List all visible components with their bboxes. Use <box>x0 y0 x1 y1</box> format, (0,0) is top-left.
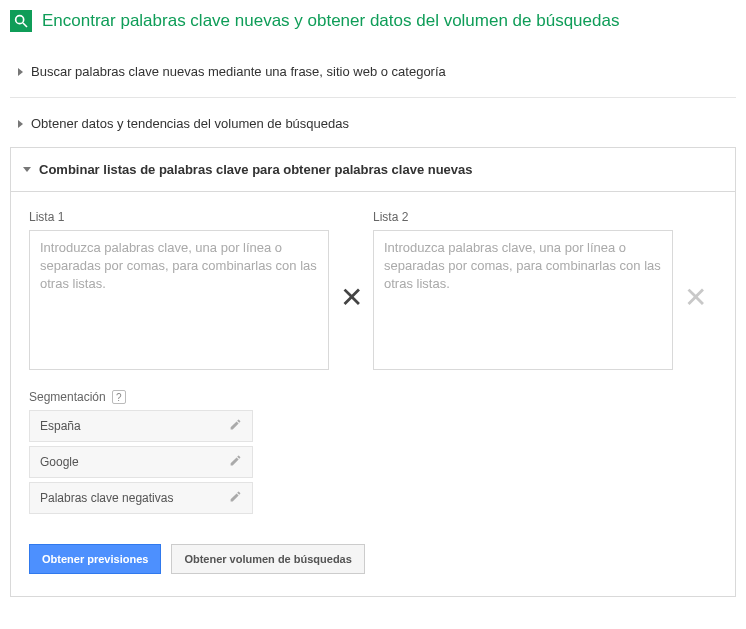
page-header: Encontrar palabras clave nuevas y obtene… <box>10 10 736 32</box>
get-forecasts-button[interactable]: Obtener previsiones <box>29 544 161 574</box>
multiply-icon-disabled: ✕ <box>673 281 717 314</box>
list-2-textarea[interactable] <box>373 230 673 370</box>
list-1-label: Lista 1 <box>29 210 329 224</box>
search-icon <box>10 10 32 32</box>
segmentation-section: Segmentación ? España Google Palabras cl… <box>29 390 717 514</box>
button-row: Obtener previsiones Obtener volumen de b… <box>29 544 717 574</box>
svg-line-1 <box>23 23 27 27</box>
segmentation-row-location[interactable]: España <box>29 410 253 442</box>
multiply-icon: ✕ <box>329 281 373 314</box>
pencil-icon <box>229 490 242 506</box>
accordion-item-volume-data[interactable]: Obtener datos y tendencias del volumen d… <box>10 102 736 145</box>
accordion-label: Obtener datos y tendencias del volumen d… <box>31 116 349 131</box>
accordion-label: Buscar palabras clave nuevas mediante un… <box>31 64 446 79</box>
panel-body: Lista 1 ✕ Lista 2 ✕ Segmentación ? Españ… <box>11 192 735 596</box>
list-1-column: Lista 1 <box>29 210 329 370</box>
accordion-item-search-new[interactable]: Buscar palabras clave nuevas mediante un… <box>10 50 736 93</box>
segmentation-row-network[interactable]: Google <box>29 446 253 478</box>
caret-down-icon <box>23 167 31 172</box>
segmentation-row-negative-keywords[interactable]: Palabras clave negativas <box>29 482 253 514</box>
caret-right-icon <box>18 120 23 128</box>
segmentation-value: Google <box>40 455 79 469</box>
list-2-column: Lista 2 <box>373 210 673 370</box>
svg-point-0 <box>16 16 24 24</box>
pencil-icon <box>229 418 242 434</box>
list-1-textarea[interactable] <box>29 230 329 370</box>
divider <box>10 97 736 98</box>
segmentation-title: Segmentación ? <box>29 390 717 404</box>
help-icon[interactable]: ? <box>112 390 126 404</box>
pencil-icon <box>229 454 242 470</box>
accordion-label: Combinar listas de palabras clave para o… <box>39 162 473 177</box>
segmentation-label: Segmentación <box>29 390 106 404</box>
page-title: Encontrar palabras clave nuevas y obtene… <box>42 11 619 31</box>
segmentation-value: Palabras clave negativas <box>40 491 173 505</box>
segmentation-value: España <box>40 419 81 433</box>
caret-right-icon <box>18 68 23 76</box>
get-search-volume-button[interactable]: Obtener volumen de búsquedas <box>171 544 364 574</box>
keyword-lists-row: Lista 1 ✕ Lista 2 ✕ <box>29 210 717 370</box>
accordion-item-combine-lists: Combinar listas de palabras clave para o… <box>10 147 736 597</box>
list-2-label: Lista 2 <box>373 210 673 224</box>
accordion-header-combine[interactable]: Combinar listas de palabras clave para o… <box>11 148 735 192</box>
